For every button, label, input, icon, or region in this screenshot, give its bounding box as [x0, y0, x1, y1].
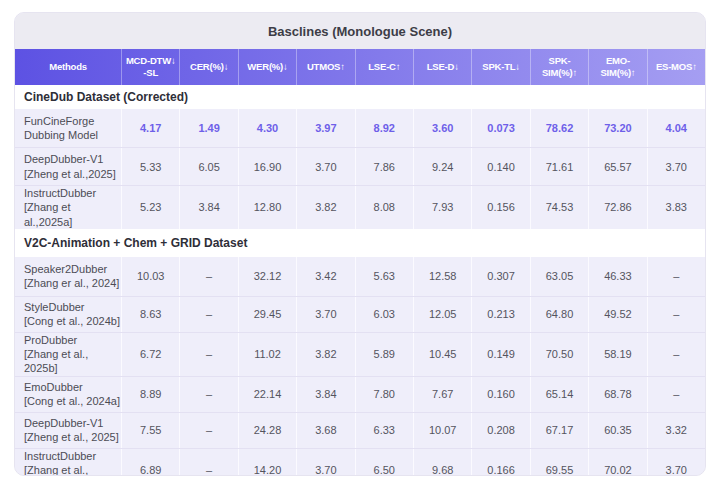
table-cell: 73.20 [588, 109, 646, 147]
section-header-cinedub: CineDub Dataset (Corrected) [15, 85, 705, 109]
table-row-instructdubber-2: InstructDubber[Zhang et al., 2025a] 6.89… [15, 448, 705, 476]
table-title: Basclines (Monologue Scene) [15, 13, 705, 49]
table-row-styledubber: StyleDubber[Cong et al., 2024b] 8.63 – 2… [15, 296, 705, 332]
table-cell: 6.89 [121, 449, 179, 476]
method-cell: DeepDubber-V1[Zheng et al., 2025] [15, 413, 121, 448]
table-cell: – [647, 333, 705, 376]
table-cell: 3.84 [179, 186, 237, 229]
table-cell: 11.02 [238, 333, 296, 376]
table-cell: 70.02 [588, 449, 646, 476]
method-name: InstructDubber [24, 186, 96, 200]
col-header-methods: Methods [15, 49, 121, 85]
table-cell: 7.55 [121, 413, 179, 448]
table-row-funcineforge: FunCineForgeDubbing Model 4.17 1.49 4.30… [15, 109, 705, 147]
table-cell: 3.70 [296, 449, 354, 476]
table-cell: 65.57 [588, 148, 646, 185]
method-cite: [Zhang er al., 2024] [24, 276, 119, 290]
method-cell: EmoDubber[Cong et al., 2024a] [15, 377, 121, 412]
section-header-v2c: V2C-Animation + Chem + GRID Dataset [15, 229, 705, 257]
table-cell: 10.03 [121, 257, 179, 296]
method-cite: Dubbing Model [24, 128, 98, 142]
col-header-lse-d: LSE-D↓ [413, 49, 471, 85]
method-name: ProDubber [24, 333, 77, 347]
table-cell: 0.156 [471, 186, 529, 229]
table-cell: – [647, 297, 705, 332]
table-cell: 69.55 [530, 449, 588, 476]
method-cell: Speaker2Dubber[Zhang er al., 2024] [15, 257, 121, 296]
col-header-wer: WER(%)↓ [238, 49, 296, 85]
method-cite: [Zheng et al.,2025] [24, 167, 116, 181]
table-cell: 67.17 [530, 413, 588, 448]
table-cell: – [179, 257, 237, 296]
table-cell: 3.70 [296, 148, 354, 185]
baselines-table-card: Basclines (Monologue Scene) Methods MCD-… [14, 12, 706, 476]
table-row-instructdubber: InstructDubber[Zhang et al.,2025a] 5.23 … [15, 185, 705, 229]
table-cell: 49.52 [588, 297, 646, 332]
table-cell: 0.208 [471, 413, 529, 448]
table-header-row: Methods MCD-DTW↓ -SL CER(%)↓ WER(%)↓ UTM… [15, 49, 705, 85]
table-cell: 78.62 [530, 109, 588, 147]
col-header-spk-tl: SPK-TL↓ [471, 49, 529, 85]
table-cell: 9.24 [413, 148, 471, 185]
table-cell: 8.08 [355, 186, 413, 229]
table-cell: 58.19 [588, 333, 646, 376]
method-cite: [Zhang et al.,2025a] [24, 200, 121, 229]
method-cite: [Zhang et al., 2025b] [24, 347, 121, 376]
table-cell: – [179, 333, 237, 376]
table-cell: 5.33 [121, 148, 179, 185]
method-name: DeepDubber-V1 [24, 152, 104, 166]
col-header-emo-sim: EMO-SIM(%)↑ [588, 49, 646, 85]
table-cell: 3.32 [647, 413, 705, 448]
table-cell: 3.42 [296, 257, 354, 296]
table-cell: 6.05 [179, 148, 237, 185]
table-row-deepdubber-v1: DeepDubber-V1[Zheng et al.,2025] 5.33 6.… [15, 147, 705, 185]
table-cell: 12.58 [413, 257, 471, 296]
table-cell: 4.30 [238, 109, 296, 147]
table-cell: 29.45 [238, 297, 296, 332]
table-cell: 4.04 [647, 109, 705, 147]
col-header-utmos: UTMOS↑ [296, 49, 354, 85]
table-cell: 3.60 [413, 109, 471, 147]
table-cell: 3.84 [296, 377, 354, 412]
method-cell: ProDubber[Zhang et al., 2025b] [15, 333, 121, 376]
method-name: FunCineForge [24, 114, 94, 128]
table-cell: 65.14 [530, 377, 588, 412]
table-cell: 7.93 [413, 186, 471, 229]
table-cell: 8.89 [121, 377, 179, 412]
table-cell: 3.97 [296, 109, 354, 147]
method-name: InstructDubber [24, 449, 96, 463]
table-cell: 0.073 [471, 109, 529, 147]
table-cell: 72.86 [588, 186, 646, 229]
table-cell: 5.89 [355, 333, 413, 376]
method-name: DeepDubber-V1 [24, 416, 104, 430]
col-header-mcd-dtw-sl: MCD-DTW↓ -SL [121, 49, 179, 85]
table-row-speaker2dubber: Speaker2Dubber[Zhang er al., 2024] 10.03… [15, 257, 705, 296]
method-cell: InstructDubber[Zhang et al.,2025a] [15, 186, 121, 229]
table-cell: 3.70 [647, 449, 705, 476]
table-cell: 8.63 [121, 297, 179, 332]
table-cell: – [647, 377, 705, 412]
table-cell: 0.166 [471, 449, 529, 476]
table-row-deepdubber-v1-2: DeepDubber-V1[Zheng et al., 2025] 7.55 –… [15, 412, 705, 448]
table-cell: 6.50 [355, 449, 413, 476]
col-header-es-mos: ES-MOS↑ [647, 49, 705, 85]
table-cell: 0.149 [471, 333, 529, 376]
table-cell: 3.82 [296, 186, 354, 229]
table-cell: 0.140 [471, 148, 529, 185]
table-cell: 22.14 [238, 377, 296, 412]
table-cell: 10.45 [413, 333, 471, 376]
table-cell: 3.70 [296, 297, 354, 332]
table-cell: 0.160 [471, 377, 529, 412]
table-cell: 74.53 [530, 186, 588, 229]
col-header-lse-c: LSE-C↑ [355, 49, 413, 85]
method-cite: [Cong et al., 2024b] [24, 314, 120, 328]
table-cell: 9.68 [413, 449, 471, 476]
table-cell: 46.33 [588, 257, 646, 296]
table-cell: 71.61 [530, 148, 588, 185]
table-cell: 68.78 [588, 377, 646, 412]
table-cell: 3.68 [296, 413, 354, 448]
method-cite: [Zhang et al., 2025a] [24, 463, 121, 476]
table-cell: 16.90 [238, 148, 296, 185]
table-cell: 24.28 [238, 413, 296, 448]
table-cell: – [179, 297, 237, 332]
